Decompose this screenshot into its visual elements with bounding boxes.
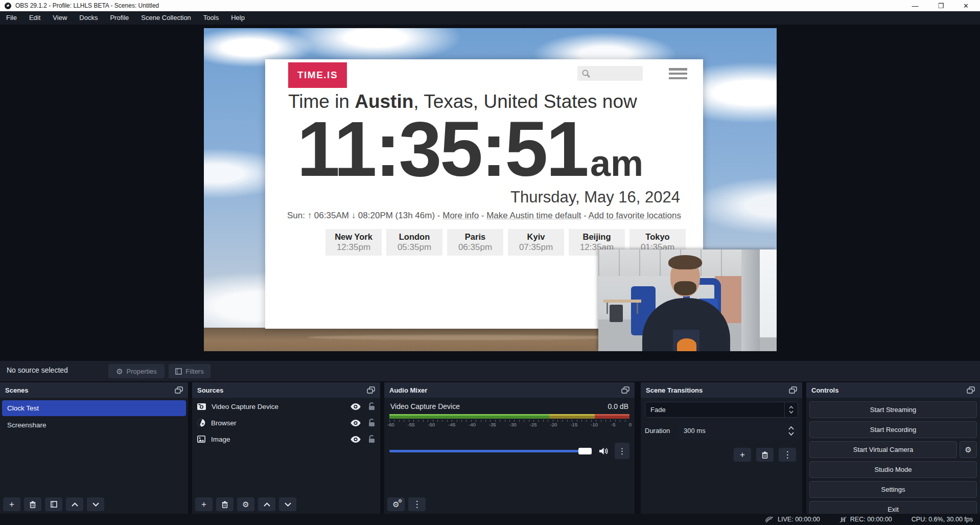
move-source-up-button[interactable] (258, 497, 275, 511)
lock-unlocked-icon[interactable] (368, 435, 375, 443)
audio-level-meter (389, 414, 629, 419)
hamburger-menu-icon[interactable] (669, 68, 687, 79)
virtual-camera-settings-button[interactable]: ⚙ (960, 441, 977, 458)
scenes-panel-title: Scenes (5, 386, 29, 394)
start-recording-button[interactable]: Start Recording (809, 421, 977, 438)
filters-button[interactable]: Filters (169, 364, 211, 378)
mixer-channel-name: Video Capture Device (390, 402, 460, 410)
lock-unlocked-icon[interactable] (368, 419, 375, 427)
transition-properties-kebab-button[interactable]: ⋮ (779, 448, 796, 462)
menu-file[interactable]: File (0, 11, 23, 25)
lock-unlocked-icon[interactable] (368, 402, 375, 410)
source-row-video-capture[interactable]: Video Capture Device (192, 399, 380, 414)
spinner-down-icon[interactable] (788, 432, 794, 436)
mixer-options-kebab-button[interactable]: ⋮ (615, 443, 629, 459)
speaker-icon[interactable] (599, 447, 609, 455)
menu-profile[interactable]: Profile (104, 11, 135, 25)
transition-select[interactable]: Fade (645, 402, 798, 418)
webcam-overlay (598, 249, 777, 351)
camera-icon (197, 403, 206, 410)
settings-button[interactable]: Settings (809, 481, 977, 498)
scene-preview[interactable]: TIME.IS Time in Austin, Texas, United St… (204, 28, 777, 351)
trash-icon (222, 501, 228, 508)
scene-item-screenshare[interactable]: Screenshare (2, 417, 186, 432)
menu-tools[interactable]: Tools (197, 11, 225, 25)
menu-scene-collection[interactable]: Scene Collection (135, 11, 197, 25)
status-bar: LIVE: 00:00:00 REC: 00:00:00 CPU: 0.6%, … (0, 514, 980, 525)
mixer-level-db: 0.0 dB (608, 402, 628, 410)
duration-spinner[interactable]: 300 ms (678, 423, 798, 439)
visibility-eye-icon[interactable] (351, 436, 361, 443)
sources-panel: Sources Video Capture Device (192, 382, 380, 514)
scene-filters-button[interactable] (45, 497, 62, 511)
restore-button[interactable]: ❐ (938, 3, 944, 9)
menu-edit[interactable]: Edit (23, 11, 46, 25)
menu-view[interactable]: View (46, 11, 73, 25)
remove-source-button[interactable] (216, 497, 234, 511)
controls-panel-title: Controls (811, 386, 838, 394)
volume-slider-handle[interactable] (578, 448, 592, 454)
clock-ampm: am (590, 143, 643, 184)
menu-help[interactable]: Help (225, 11, 251, 25)
add-transition-button[interactable]: + (734, 448, 751, 462)
sources-panel-title: Sources (197, 386, 223, 394)
chevron-up-icon (789, 406, 794, 409)
studio-mode-button[interactable]: Studio Mode (809, 461, 977, 478)
scene-item-clock-test[interactable]: Clock Test (2, 400, 186, 416)
filter-icon (175, 368, 182, 375)
gear-icon: ⚙ (116, 368, 123, 375)
search-icon (581, 69, 591, 78)
add-source-button[interactable]: + (195, 497, 213, 511)
move-source-down-button[interactable] (279, 497, 296, 511)
visibility-eye-icon[interactable] (351, 420, 361, 426)
advanced-audio-properties-button[interactable]: ⚙ ⚙ (387, 497, 405, 511)
gear-icon: ⚙ (965, 446, 971, 453)
audio-mixer-panel: Audio Mixer Video Capture Device 0.0 dB … (384, 382, 635, 514)
close-button[interactable]: ✕ (963, 3, 969, 9)
trash-icon (762, 451, 768, 459)
city-tile-paris[interactable]: Paris06:35pm (447, 229, 503, 256)
popout-dock-icon[interactable] (967, 386, 975, 394)
add-favorite-link[interactable]: Add to favorite locations (589, 211, 681, 220)
remove-transition-button[interactable] (756, 448, 774, 462)
source-toolbar: No source selected ⚙ Properties Filters (0, 361, 980, 381)
city-tile-kyiv[interactable]: Kyiv07:35pm (508, 229, 564, 256)
timeis-search-input[interactable] (577, 66, 643, 81)
source-properties-button[interactable]: ⚙ (237, 497, 254, 511)
trash-icon (30, 501, 36, 508)
move-scene-down-button[interactable] (87, 497, 104, 511)
current-date: Thursday, May 16, 2024 (510, 188, 680, 207)
source-row-image[interactable]: Image (192, 431, 380, 447)
volume-slider[interactable] (389, 450, 592, 452)
filter-icon (51, 501, 57, 508)
timeis-logo: TIME.IS (288, 62, 347, 88)
spinner-up-icon[interactable] (788, 426, 794, 430)
preview-canvas-area: TIME.IS Time in Austin, Texas, United St… (0, 25, 980, 361)
scenes-panel: Scenes Clock Test Screenshare + (0, 382, 188, 514)
globe-icon (197, 419, 205, 427)
source-row-browser[interactable]: Browser (192, 415, 380, 430)
popout-dock-icon[interactable] (789, 386, 797, 394)
chevron-down-icon (789, 410, 794, 414)
add-scene-button[interactable]: + (3, 497, 20, 511)
city-tile-newyork[interactable]: New York12:35pm (325, 229, 382, 256)
visibility-eye-icon[interactable] (351, 403, 361, 410)
more-info-link[interactable]: More info (442, 211, 479, 220)
popout-dock-icon[interactable] (175, 386, 183, 394)
properties-button[interactable]: ⚙ Properties (108, 364, 165, 378)
make-default-link[interactable]: Make Austin time default (486, 211, 581, 220)
gear-icon: ⚙ (242, 500, 249, 508)
menu-docks[interactable]: Docks (73, 11, 104, 25)
obs-logo-icon (5, 3, 11, 9)
mixer-menu-kebab-button[interactable]: ⋮ (408, 497, 426, 511)
move-scene-up-button[interactable] (66, 497, 83, 511)
minimize-button[interactable]: — (912, 3, 918, 9)
start-streaming-button[interactable]: Start Streaming (809, 401, 977, 418)
popout-dock-icon[interactable] (367, 386, 375, 394)
sun-info-line: Sun: ↑ 06:35AM ↓ 08:20PM (13h 46m) - Mor… (265, 211, 703, 221)
city-tile-london[interactable]: London05:35pm (386, 229, 442, 256)
remove-scene-button[interactable] (24, 497, 41, 511)
clock-time: 11:35:51 (297, 105, 587, 192)
start-virtual-camera-button[interactable]: Start Virtual Camera (809, 441, 957, 458)
popout-dock-icon[interactable] (621, 386, 629, 394)
